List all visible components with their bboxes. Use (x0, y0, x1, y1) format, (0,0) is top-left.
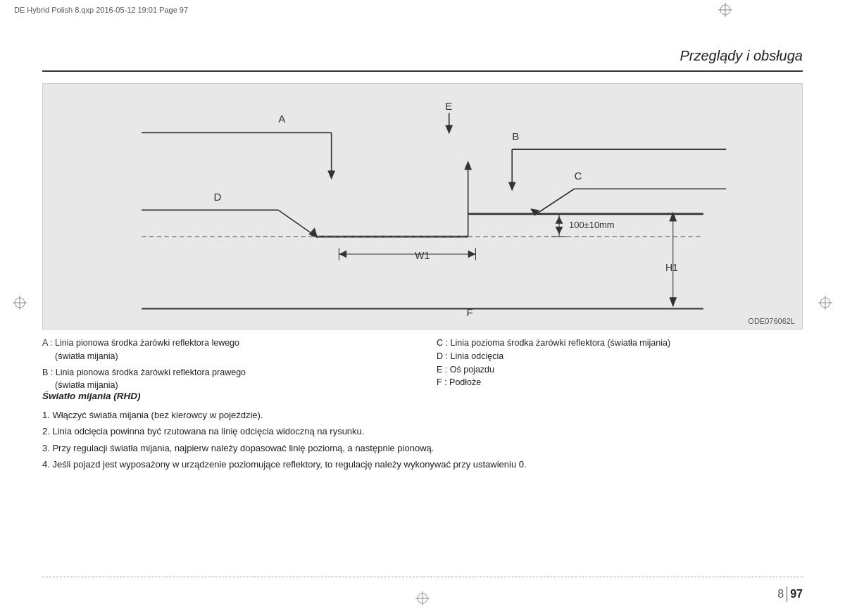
footer-line (42, 577, 803, 577)
legend-item-f: F : Podłoże (437, 376, 803, 389)
section-title-underline (42, 70, 803, 72)
footer-page: 97 (790, 588, 803, 601)
diagram-inner: E A B C (43, 84, 802, 329)
crosshair-right-mid (818, 296, 832, 310)
crosshair-top-right (718, 3, 732, 17)
svg-marker-36 (468, 251, 476, 258)
svg-text:W1: W1 (415, 250, 430, 261)
legend-left: A : Linia pionowa środka żarówki reflekt… (42, 337, 408, 392)
header-meta: DE Hybrid Polish 8.qxp 2016-05-12 19:01 … (14, 6, 188, 14)
svg-text:100±10mm: 100±10mm (569, 220, 615, 230)
svg-text:B: B (512, 130, 519, 142)
svg-marker-29 (556, 216, 563, 224)
instruction-1: 1. Włączyć światła mijania (bez kierowcy… (42, 407, 803, 423)
ode-code: ODE076062L (748, 317, 795, 325)
legend-item-e: E : Oś pojazdu (437, 363, 803, 377)
svg-marker-24 (464, 161, 472, 170)
svg-marker-42 (669, 297, 677, 307)
section-title: Przeglądy i obsługa (680, 48, 803, 64)
instruction-2: 2. Linia odcięcia powinna być rzutowana … (42, 423, 803, 439)
legend-item-a: A : Linia pionowa środka żarówki reflekt… (42, 337, 408, 363)
svg-marker-35 (339, 251, 346, 258)
svg-text:A: A (278, 113, 286, 125)
svg-marker-5 (445, 125, 453, 134)
legend-area: A : Linia pionowa środka żarówki reflekt… (42, 337, 803, 392)
svg-text:H1: H1 (665, 262, 678, 273)
legend-right: C : Linia pozioma środka żarówki reflekt… (437, 337, 803, 392)
diagram-svg: E A B C (43, 84, 802, 329)
svg-text:C: C (575, 170, 582, 182)
crosshair-left-mid (13, 296, 27, 310)
crosshair-bottom-center (415, 591, 430, 605)
svg-marker-9 (327, 170, 335, 180)
svg-line-16 (537, 189, 575, 214)
numbered-list: 1. Włączyć światła mijania (bez kierowcy… (42, 407, 803, 473)
svg-text:E: E (445, 100, 452, 112)
diagram-container: E A B C (42, 83, 803, 329)
footer-section: 8 (777, 588, 784, 601)
legend-item-c: C : Linia pozioma środka żarówki reflekt… (437, 337, 803, 350)
instruction-4: 4. Jeśli pojazd jest wyposażony w urządz… (42, 456, 803, 472)
section-heading: Światło mijania (RHD) (42, 391, 141, 401)
legend-item-d: D : Linia odcięcia (437, 350, 803, 363)
legend-item-b: B : Linia pionowa środka żarówki reflekt… (42, 366, 408, 393)
footer-separator (787, 586, 787, 602)
instruction-3: 3. Przy regulacji światła mijania, najpi… (42, 440, 803, 456)
svg-marker-30 (556, 227, 563, 234)
footer-numbers: 8 97 (777, 586, 803, 602)
svg-text:D: D (214, 191, 222, 203)
svg-marker-13 (508, 182, 516, 191)
